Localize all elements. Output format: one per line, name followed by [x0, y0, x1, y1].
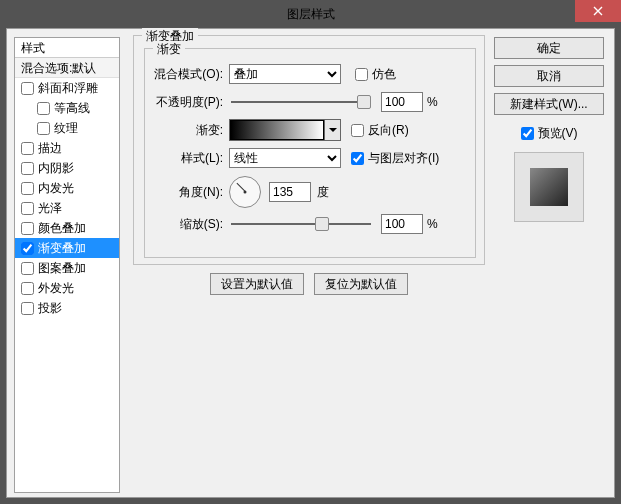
make-default-button[interactable]: 设置为默认值: [210, 273, 304, 295]
style-item-0[interactable]: 斜面和浮雕: [15, 78, 119, 98]
preview-checkbox[interactable]: 预览(V): [521, 125, 578, 142]
style-item-label: 外发光: [38, 278, 74, 298]
angle-label: 角度(N):: [145, 184, 229, 201]
style-checkbox[interactable]: [21, 182, 34, 195]
scale-label: 缩放(S):: [145, 216, 229, 233]
style-item-3[interactable]: 描边: [15, 138, 119, 158]
opacity-slider[interactable]: [231, 101, 371, 103]
styles-panel: 样式 混合选项:默认 斜面和浮雕等高线纹理描边内阴影内发光光泽颜色叠加渐变叠加图…: [14, 37, 120, 493]
defaults-row: 设置为默认值 复位为默认值: [133, 273, 485, 295]
style-checkbox[interactable]: [21, 222, 34, 235]
titlebar: 图层样式: [0, 0, 621, 28]
style-item-10[interactable]: 外发光: [15, 278, 119, 298]
scale-unit: %: [423, 217, 438, 231]
reverse-checkbox[interactable]: 反向(R): [351, 122, 409, 139]
scale-slider[interactable]: [231, 223, 371, 225]
style-item-label: 内阴影: [38, 158, 74, 178]
new-style-button[interactable]: 新建样式(W)...: [494, 93, 604, 115]
opacity-input[interactable]: [381, 92, 423, 112]
style-checkbox[interactable]: [21, 162, 34, 175]
style-checkbox[interactable]: [21, 202, 34, 215]
angle-input[interactable]: [269, 182, 311, 202]
chevron-down-icon: [329, 126, 337, 134]
style-item-9[interactable]: 图案叠加: [15, 258, 119, 278]
gradient-dropdown-button[interactable]: [324, 120, 340, 140]
angle-center-dot: [244, 191, 247, 194]
opacity-label: 不透明度(P):: [145, 94, 229, 111]
preview-swatch: [530, 168, 568, 206]
gradient-overlay-group: 渐变叠加 渐变 混合模式(O): 叠加 仿色 不透明度(P): %: [133, 35, 485, 265]
style-item-label: 图案叠加: [38, 258, 86, 278]
style-select[interactable]: 线性: [229, 148, 341, 168]
blend-mode-select[interactable]: 叠加: [229, 64, 341, 84]
angle-unit: 度: [311, 184, 329, 201]
blend-mode-label: 混合模式(O):: [145, 66, 229, 83]
style-item-label: 内发光: [38, 178, 74, 198]
style-item-label: 光泽: [38, 198, 62, 218]
ok-button[interactable]: 确定: [494, 37, 604, 59]
gradient-label: 渐变:: [145, 122, 229, 139]
style-checkbox[interactable]: [21, 282, 34, 295]
align-label: 与图层对齐(I): [368, 150, 439, 167]
style-item-label: 斜面和浮雕: [38, 78, 98, 98]
style-item-label: 等高线: [54, 98, 90, 118]
style-item-7[interactable]: 颜色叠加: [15, 218, 119, 238]
right-column: 确定 取消 新建样式(W)... 预览(V): [494, 37, 604, 222]
style-item-label: 描边: [38, 138, 62, 158]
cancel-button[interactable]: 取消: [494, 65, 604, 87]
dither-checkbox[interactable]: 仿色: [355, 66, 396, 83]
close-icon: [593, 6, 603, 16]
style-checkbox[interactable]: [37, 102, 50, 115]
style-checkbox[interactable]: [21, 242, 34, 255]
close-button[interactable]: [575, 0, 621, 22]
preview-input[interactable]: [521, 127, 534, 140]
dither-input[interactable]: [355, 68, 368, 81]
style-item-1[interactable]: 等高线: [15, 98, 119, 118]
style-label: 样式(L):: [145, 150, 229, 167]
style-item-label: 纹理: [54, 118, 78, 138]
opacity-unit: %: [423, 95, 438, 109]
style-item-11[interactable]: 投影: [15, 298, 119, 318]
style-item-label: 渐变叠加: [38, 238, 86, 258]
reverse-label: 反向(R): [368, 122, 409, 139]
style-item-label: 投影: [38, 298, 62, 318]
style-checkbox[interactable]: [21, 302, 34, 315]
preview-box: [514, 152, 584, 222]
gradient-inner-group: 渐变 混合模式(O): 叠加 仿色 不透明度(P): %: [144, 48, 476, 258]
reset-default-button[interactable]: 复位为默认值: [314, 273, 408, 295]
style-item-label: 颜色叠加: [38, 218, 86, 238]
reverse-input[interactable]: [351, 124, 364, 137]
style-checkbox[interactable]: [21, 262, 34, 275]
window-title: 图层样式: [287, 6, 335, 23]
angle-dial[interactable]: [229, 176, 261, 208]
align-input[interactable]: [351, 152, 364, 165]
dither-label: 仿色: [372, 66, 396, 83]
style-item-6[interactable]: 光泽: [15, 198, 119, 218]
styles-subheader[interactable]: 混合选项:默认: [15, 58, 119, 78]
scale-input[interactable]: [381, 214, 423, 234]
preview-label: 预览(V): [538, 125, 578, 142]
dialog-body: 样式 混合选项:默认 斜面和浮雕等高线纹理描边内阴影内发光光泽颜色叠加渐变叠加图…: [6, 28, 615, 498]
gradient-picker[interactable]: [229, 119, 341, 141]
style-item-2[interactable]: 纹理: [15, 118, 119, 138]
style-item-8[interactable]: 渐变叠加: [15, 238, 119, 258]
style-checkbox[interactable]: [21, 82, 34, 95]
styles-header[interactable]: 样式: [15, 38, 119, 58]
style-checkbox[interactable]: [21, 142, 34, 155]
style-checkbox[interactable]: [37, 122, 50, 135]
style-item-5[interactable]: 内发光: [15, 178, 119, 198]
gradient-swatch[interactable]: [230, 120, 324, 140]
style-item-4[interactable]: 内阴影: [15, 158, 119, 178]
align-checkbox[interactable]: 与图层对齐(I): [351, 150, 439, 167]
inner-group-title: 渐变: [153, 41, 185, 58]
